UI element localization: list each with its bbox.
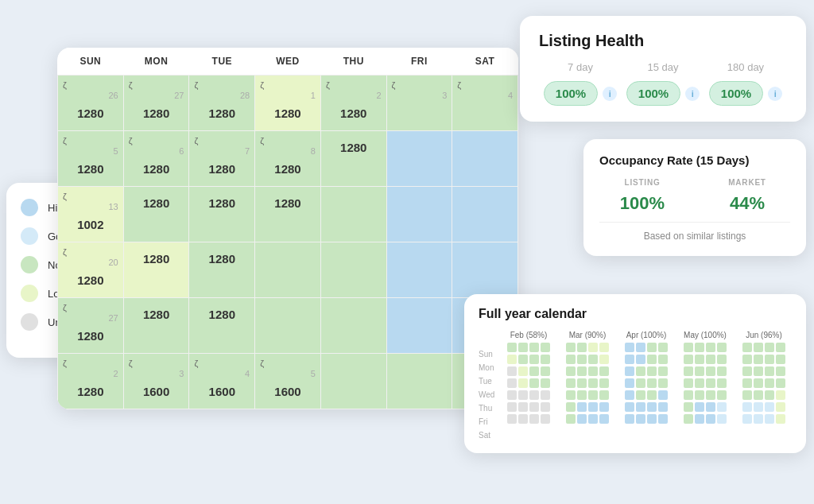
calendar-cell[interactable] bbox=[320, 298, 386, 354]
calendar-cell[interactable] bbox=[386, 187, 452, 242]
calendar-cell[interactable]: 1280 bbox=[123, 242, 189, 298]
health-badge: 100% bbox=[544, 81, 598, 106]
calendar-cell[interactable] bbox=[386, 298, 452, 354]
calendar-cell[interactable]: ζ4 bbox=[452, 76, 518, 131]
calendar-cell[interactable] bbox=[255, 298, 321, 354]
info-icon[interactable]: i bbox=[603, 87, 617, 101]
mini-cell bbox=[507, 366, 517, 376]
mini-cell bbox=[695, 343, 704, 352]
calendar-cell[interactable]: ζ201280 bbox=[58, 242, 124, 298]
calendar-cell[interactable]: ζ21280 bbox=[320, 76, 386, 131]
calendar-cell[interactable]: ζ51280 bbox=[58, 131, 124, 187]
mini-week-row bbox=[742, 366, 785, 376]
mini-cell bbox=[658, 414, 668, 424]
mini-cell bbox=[742, 355, 752, 364]
day-number: 5 bbox=[260, 369, 316, 378]
mini-cell bbox=[754, 402, 763, 412]
calendar-cell[interactable]: 1280 bbox=[320, 131, 386, 187]
calendar-cell[interactable]: 1280 bbox=[189, 242, 255, 298]
health-badge: 100% bbox=[709, 81, 763, 106]
calendar-cell[interactable] bbox=[386, 354, 452, 409]
mini-week-row bbox=[684, 378, 727, 388]
mini-cell bbox=[695, 414, 704, 424]
day-number: 4 bbox=[194, 369, 250, 378]
calendar-cell[interactable]: ζ131002 bbox=[58, 187, 124, 242]
fullyear-grid: SunMonTueWedThuFriSat Feb (58%)Mar (90%)… bbox=[479, 331, 792, 440]
calendar-cell[interactable]: 1280 bbox=[123, 187, 189, 242]
info-icon[interactable]: i bbox=[685, 87, 700, 101]
calendar-cell[interactable]: ζ3 bbox=[386, 76, 452, 131]
calendar-cell[interactable] bbox=[320, 354, 386, 409]
calendar-cell[interactable]: ζ61280 bbox=[123, 131, 189, 187]
calendar-cell[interactable] bbox=[386, 131, 452, 187]
mini-cell bbox=[507, 343, 517, 352]
mini-cell bbox=[577, 378, 587, 388]
calendar-cell[interactable]: 1280 bbox=[189, 298, 255, 354]
price: 1280 bbox=[260, 162, 316, 176]
day-number: 1 bbox=[260, 91, 316, 100]
mini-cell bbox=[717, 390, 727, 400]
calendar-cell[interactable]: ζ11280 bbox=[255, 76, 321, 131]
occupancy-title: Occupancy Rate (15 Days) bbox=[599, 153, 790, 167]
mini-cell bbox=[625, 343, 634, 352]
mini-cell bbox=[695, 390, 704, 400]
mini-cell bbox=[518, 366, 528, 376]
calendar-cell[interactable]: ζ51600 bbox=[255, 354, 321, 409]
calendar-cell[interactable]: 1280 bbox=[123, 298, 189, 354]
fullyear-row-label: Mon bbox=[479, 362, 501, 373]
mini-cell bbox=[695, 378, 704, 388]
mini-cell bbox=[658, 378, 668, 388]
weather-icon: ζ bbox=[457, 80, 461, 90]
price: 1280 bbox=[260, 196, 316, 210]
calendar-cell[interactable]: ζ31600 bbox=[123, 354, 189, 409]
mini-cell bbox=[541, 355, 550, 364]
month-header: Apr (100%) bbox=[626, 331, 667, 339]
calendar-cell[interactable] bbox=[452, 187, 518, 242]
fullyear-title: Full year calendar bbox=[479, 307, 792, 321]
calendar-cell[interactable]: ζ281280 bbox=[189, 76, 255, 131]
mini-week-row bbox=[684, 390, 727, 400]
mini-cell bbox=[776, 414, 785, 424]
month-header: Feb (58%) bbox=[510, 331, 548, 339]
calendar-row: ζ27128012801280 bbox=[58, 298, 518, 354]
mini-cell bbox=[647, 414, 657, 424]
mini-cell bbox=[529, 390, 539, 400]
calendar-cell[interactable]: ζ41600 bbox=[189, 354, 255, 409]
month-header: Mar (90%) bbox=[569, 331, 607, 339]
calendar-cell[interactable]: ζ71280 bbox=[189, 131, 255, 187]
mini-cell bbox=[695, 366, 704, 376]
calendar-cell[interactable]: ζ271280 bbox=[58, 298, 124, 354]
calendar-cell[interactable]: ζ21280 bbox=[58, 354, 124, 409]
mini-week-row bbox=[507, 414, 550, 424]
price: 1600 bbox=[129, 385, 184, 398]
calendar-cell[interactable]: 1280 bbox=[255, 187, 321, 242]
mini-cell bbox=[636, 355, 645, 364]
day-number: 6 bbox=[129, 146, 184, 156]
calendar-cell[interactable] bbox=[452, 131, 518, 187]
mini-week-row bbox=[625, 390, 668, 400]
calendar-row: ζ261280ζ271280ζ281280ζ11280ζ21280ζ3ζ4 bbox=[58, 76, 518, 131]
calendar-cell[interactable] bbox=[452, 242, 518, 298]
info-icon[interactable]: i bbox=[768, 87, 782, 101]
legend-dot bbox=[21, 313, 38, 331]
mini-cell bbox=[776, 378, 785, 388]
calendar-cell[interactable]: 1280 bbox=[189, 187, 255, 242]
calendar-cell[interactable] bbox=[320, 242, 386, 298]
calendar-cell[interactable] bbox=[386, 242, 452, 298]
mini-cell bbox=[636, 343, 645, 352]
price: 1280 bbox=[129, 107, 184, 120]
calendar-cell[interactable]: ζ261280 bbox=[58, 76, 124, 131]
mini-cell bbox=[541, 402, 550, 412]
calendar-cell[interactable] bbox=[320, 187, 386, 242]
price: 1280 bbox=[63, 107, 118, 120]
mini-week-row bbox=[566, 390, 609, 400]
calendar-cell[interactable]: ζ271280 bbox=[123, 76, 189, 131]
fullyear-row-label: Sat bbox=[479, 429, 501, 440]
price: 1600 bbox=[260, 385, 316, 398]
mini-cell bbox=[717, 402, 727, 412]
calendar-cell[interactable]: ζ81280 bbox=[255, 131, 321, 187]
calendar-cell[interactable] bbox=[255, 242, 321, 298]
mini-cell bbox=[588, 402, 598, 412]
mini-cell bbox=[566, 355, 576, 364]
mini-week-row bbox=[625, 355, 668, 364]
